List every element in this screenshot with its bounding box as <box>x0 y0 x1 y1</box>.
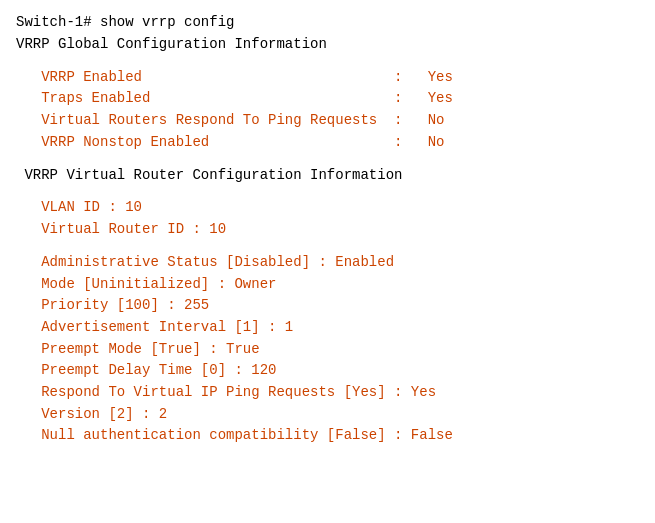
terminal-line: VRRP Global Configuration Information <box>16 34 639 56</box>
terminal-line: VRRP Nonstop Enabled : No <box>16 132 639 154</box>
terminal-line: Advertisement Interval [1] : 1 <box>16 317 639 339</box>
terminal-line: VRRP Virtual Router Configuration Inform… <box>16 165 639 187</box>
spacer-line <box>16 55 639 66</box>
spacer-line <box>16 153 639 164</box>
terminal-output: Switch-1# show vrrp configVRRP Global Co… <box>0 0 655 523</box>
terminal-line: Switch-1# show vrrp config <box>16 12 639 34</box>
spacer-line <box>16 186 639 197</box>
terminal-line: Traps Enabled : Yes <box>16 88 639 110</box>
terminal-line: Preempt Delay Time [0] : 120 <box>16 360 639 382</box>
terminal-line: Respond To Virtual IP Ping Requests [Yes… <box>16 382 639 404</box>
terminal-line: Administrative Status [Disabled] : Enabl… <box>16 252 639 274</box>
terminal-line: Null authentication compatibility [False… <box>16 425 639 447</box>
terminal-line: Virtual Router ID : 10 <box>16 219 639 241</box>
terminal-line: Priority [100] : 255 <box>16 295 639 317</box>
terminal-line: Virtual Routers Respond To Ping Requests… <box>16 110 639 132</box>
terminal-line: Version [2] : 2 <box>16 404 639 426</box>
terminal-line: Preempt Mode [True] : True <box>16 339 639 361</box>
terminal-line: Mode [Uninitialized] : Owner <box>16 274 639 296</box>
spacer-line <box>16 241 639 252</box>
terminal-line: VLAN ID : 10 <box>16 197 639 219</box>
terminal-line: VRRP Enabled : Yes <box>16 67 639 89</box>
